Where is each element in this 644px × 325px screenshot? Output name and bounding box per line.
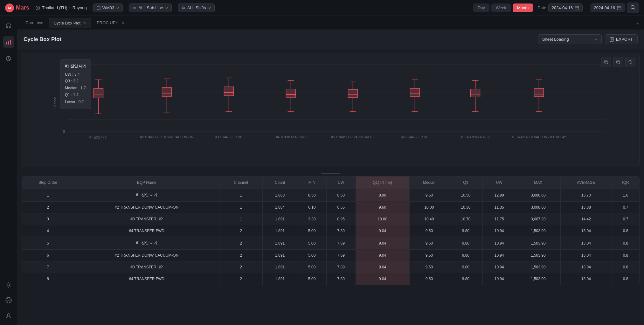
- sidebar-home-icon[interactable]: [3, 20, 14, 31]
- subline-label: ALL Sub Line: [138, 5, 163, 10]
- svg-text:#6 TRANSFER UP: #6 TRANSFER UP: [401, 135, 428, 139]
- svg-text:#3 TRANSFER UP: #3 TRANSFER UP: [215, 135, 242, 139]
- svg-rect-10: [8, 41, 9, 45]
- drag-handle[interactable]: [17, 171, 644, 176]
- svg-text:#5 TRANSFER VACUUM-OFF: #5 TRANSFER VACUUM-OFF: [331, 135, 374, 139]
- svg-text:#5 TRANSFER VACUUM-OFF DELAY: #5 TRANSFER VACUUM-OFF DELAY: [512, 135, 566, 139]
- top-nav: M Mars Thailand (TH) › Rayong WM03 ALL S…: [0, 0, 644, 16]
- export-button[interactable]: EXPORT: [605, 34, 638, 44]
- month-button[interactable]: Month: [513, 3, 533, 12]
- main-content: CoreLoss Cycle Box Plot ✕ PROC UPH ✕ ⌄ C…: [17, 16, 644, 325]
- breadcrumb-sublocation: Rayong: [73, 5, 87, 10]
- sidebar-user-icon[interactable]: [3, 310, 14, 321]
- wm-dropdown[interactable]: WM03: [93, 3, 123, 12]
- sidebar: [0, 16, 17, 325]
- svg-rect-43: [224, 87, 234, 96]
- chart-section: 20 10 0 Second: [22, 53, 640, 167]
- table-row: 8#4 TRANSFER FWD21,8915.007.899.049.509.…: [22, 273, 639, 285]
- table-row: 5#1 진입 대기21,8915.007.899.049.509.8010.94…: [22, 237, 639, 250]
- tooltip-q1: Q1 : 1.4: [65, 92, 87, 99]
- svg-text:#2 TRANSFER DONW CACUUM-ON: #2 TRANSFER DONW CACUUM-ON: [140, 135, 193, 139]
- day-button[interactable]: Day: [473, 3, 489, 12]
- svg-rect-49: [286, 89, 296, 97]
- page-header: Cycle Box Plot Sheet Loading EXPORT: [17, 30, 644, 49]
- app-logo: M Mars: [5, 3, 29, 12]
- svg-point-8: [631, 5, 634, 9]
- tabs-expand-button[interactable]: ⌄: [636, 20, 640, 26]
- sidebar-globe-icon[interactable]: [3, 294, 14, 306]
- col-count: Count: [262, 176, 297, 189]
- svg-rect-7: [617, 6, 621, 10]
- table-section: Step Order EQP Name Channel Count MIN UW…: [22, 176, 640, 285]
- tabs-bar: CoreLoss Cycle Box Plot ✕ PROC UPH ✕ ⌄: [17, 16, 644, 30]
- svg-rect-31: [94, 88, 103, 98]
- col-channel: Channel: [219, 176, 263, 189]
- table-row: 6#2 TRANSFER DONW CACUUM-ON21,8915.007.8…: [22, 250, 639, 261]
- table-row: 7#3 TRANSFER UP21,8915.007.899.049.509.8…: [22, 261, 639, 273]
- svg-rect-73: [534, 88, 544, 97]
- zoom-in-button[interactable]: [613, 57, 623, 67]
- col-uw2: UW: [482, 176, 516, 189]
- svg-point-16: [7, 314, 10, 316]
- reset-zoom-button[interactable]: [625, 57, 635, 67]
- tooltip-title: #1 진입 대기: [65, 63, 87, 70]
- tab-proc-uph-close[interactable]: ✕: [121, 21, 124, 25]
- tab-proc-uph[interactable]: PROC UPH ✕: [92, 18, 129, 28]
- tab-coreloss[interactable]: CoreLoss: [21, 18, 48, 28]
- tab-cycle-box-plot[interactable]: Cycle Box Plot ✕: [49, 18, 91, 28]
- chart-controls: [601, 57, 635, 67]
- svg-text:#1 진입 대기: #1 진입 대기: [89, 135, 107, 139]
- col-q1: Q1(T/Time): [356, 176, 409, 189]
- shifts-dropdown[interactable]: ALL Shifts: [178, 3, 215, 12]
- tooltip-lower: Lower : 0.2: [65, 99, 87, 106]
- tooltip-uw: UW : 3.4: [65, 71, 87, 78]
- sheet-loading-select[interactable]: Sheet Loading: [538, 34, 602, 44]
- col-q3: Q3: [449, 176, 482, 189]
- chart-svg: 20 10 0 Second: [27, 58, 634, 157]
- sidebar-settings-icon[interactable]: [3, 279, 14, 291]
- page-content: Cycle Box Plot Sheet Loading EXPORT: [17, 30, 644, 325]
- app-name: Mars: [16, 4, 29, 11]
- svg-rect-37: [162, 87, 172, 96]
- col-eqp-name: EQP Name: [74, 176, 219, 189]
- svg-text:#3 TRANSFER REV: #3 TRANSFER REV: [461, 135, 490, 139]
- col-min: MIN: [297, 176, 327, 189]
- col-median: Median: [409, 176, 449, 189]
- date-to-input[interactable]: 2024-04-16: [591, 3, 625, 12]
- breadcrumb-location: Thailand (TH): [42, 5, 67, 10]
- table-row: 3#3 TRANSFER UP11,8913.308.9510.0010.401…: [22, 213, 639, 225]
- svg-rect-6: [575, 6, 579, 10]
- table-row: 1#1 진입 대기11,8888.508.508.909.5010.5012.9…: [22, 189, 639, 202]
- zoom-out-button[interactable]: [601, 57, 611, 67]
- col-step-order: Step Order: [22, 176, 74, 189]
- breadcrumb: Thailand (TH) › Rayong: [36, 5, 87, 10]
- col-uw: UW: [326, 176, 356, 189]
- data-table: Step Order EQP Name Channel Count MIN UW…: [22, 176, 639, 285]
- svg-text:0: 0: [63, 129, 65, 134]
- logo-icon: M: [5, 3, 14, 12]
- svg-text:Second: Second: [53, 97, 57, 108]
- date-label: Date: [537, 5, 546, 10]
- date-from-input[interactable]: 2024-04-16: [548, 3, 583, 12]
- tab-cycle-box-plot-close[interactable]: ✕: [83, 21, 86, 25]
- search-button[interactable]: [627, 3, 639, 13]
- svg-rect-9: [6, 42, 7, 45]
- table-row: 2#2 TRANSFER DONW CACUUM-ON11,8846.108.5…: [22, 202, 639, 213]
- sidebar-chart-icon[interactable]: [3, 36, 14, 48]
- shifts-label: ALL Shifts: [187, 5, 206, 10]
- svg-text:M: M: [8, 6, 11, 10]
- date-controls: Day Week Month Date 2024-04-16 - 2024-04…: [473, 3, 639, 13]
- svg-rect-61: [410, 88, 420, 97]
- col-max: MAX: [516, 176, 560, 189]
- col-iqr: IQR: [612, 176, 640, 189]
- table-row: 4#4 TRANSFER FWD21,8915.007.899.049.509.…: [22, 225, 639, 237]
- week-button[interactable]: Week: [491, 3, 511, 12]
- subline-dropdown[interactable]: ALL Sub Line: [129, 3, 172, 12]
- header-right: Sheet Loading EXPORT: [538, 34, 638, 44]
- wm-label: WM03: [102, 5, 114, 10]
- svg-point-13: [8, 284, 10, 286]
- sidebar-analytics-icon[interactable]: [3, 53, 14, 64]
- tooltip-median: Median : 1.7: [65, 85, 87, 92]
- svg-text:#4 TRANSFER FWD: #4 TRANSFER FWD: [276, 135, 306, 139]
- svg-rect-11: [10, 40, 11, 45]
